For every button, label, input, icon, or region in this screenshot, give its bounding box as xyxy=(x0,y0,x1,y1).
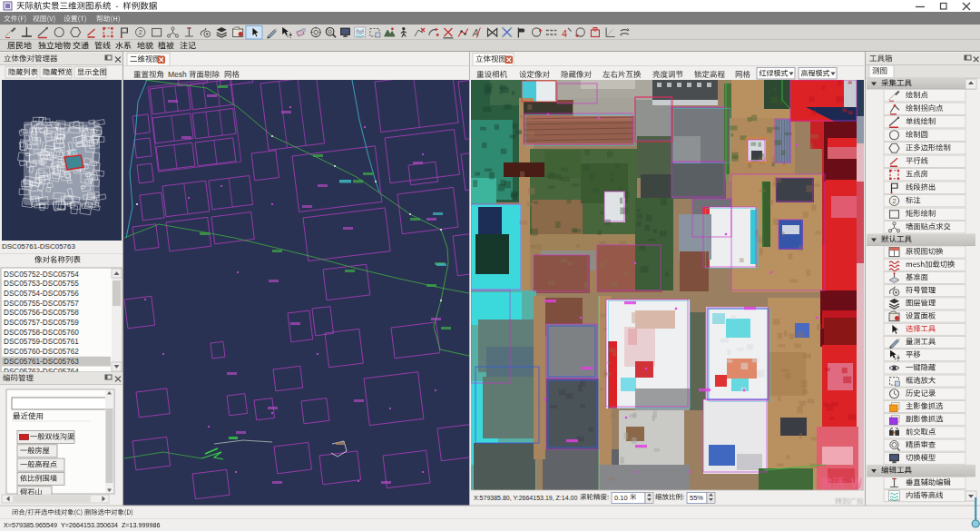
svg-text:DSC05760-DSC05762: DSC05760-DSC05762 xyxy=(4,348,79,356)
svg-text:Mesh: Mesh xyxy=(168,70,187,79)
svg-text:X:579385.80, Y:2664153.19, Z:1: X:579385.80, Y:2664153.19, Z:14.00 xyxy=(474,495,577,501)
svg-text:0.10: 0.10 xyxy=(614,494,628,502)
svg-text:DSC05761-DSC05763: DSC05761-DSC05763 xyxy=(2,242,75,251)
svg-text:DSC05759-DSC05761: DSC05759-DSC05761 xyxy=(4,338,79,346)
svg-text:DSC05752-DSC05754: DSC05752-DSC05754 xyxy=(4,270,79,279)
svg-text:DSC05758-DSC05760: DSC05758-DSC05760 xyxy=(4,329,79,337)
svg-text:DSC05757-DSC05759: DSC05757-DSC05759 xyxy=(4,319,79,327)
svg-text:DSC05753-DSC05755: DSC05753-DSC05755 xyxy=(4,280,79,288)
svg-text:55%: 55% xyxy=(690,494,703,502)
svg-text:DSC05755-DSC05757: DSC05755-DSC05757 xyxy=(4,300,79,308)
svg-text:X=579385.965549 Y=2664153.350: X=579385.965549 Y=2664153.350634 Z=13.99… xyxy=(4,521,160,529)
svg-text:DSC05761-DSC05763: DSC05761-DSC05763 xyxy=(4,358,79,366)
svg-text:DSC05754-DSC05756: DSC05754-DSC05756 xyxy=(4,290,79,298)
svg-text:DSC05756-DSC05758: DSC05756-DSC05758 xyxy=(4,309,79,317)
